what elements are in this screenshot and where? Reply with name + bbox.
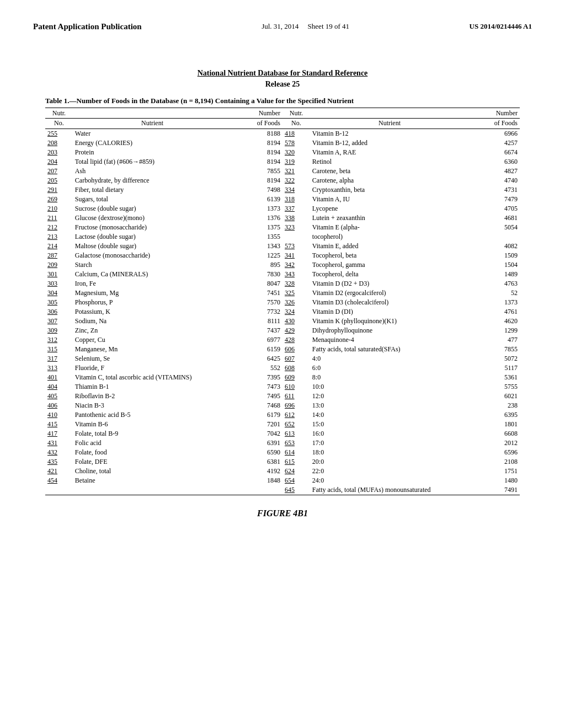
nutr-no-cell: 303 xyxy=(45,279,73,288)
nutr-no2-cell: 615 xyxy=(282,457,310,467)
nutr-no2-cell: 607 xyxy=(282,354,310,363)
nutrient-name-cell: Selenium, Se xyxy=(73,354,232,363)
num-foods-cell: 6179 xyxy=(232,410,282,420)
num-foods2-cell: 5361 xyxy=(469,373,520,382)
num-foods2-cell: 6966 xyxy=(469,129,520,139)
nutr-no-cell: 405 xyxy=(45,392,73,401)
nutr-no-cell: 209 xyxy=(45,260,73,270)
nutrient-name2-cell: Carotene, alpha xyxy=(310,176,469,185)
nutr-no-cell: 404 xyxy=(45,382,73,392)
table-row: 312 Copper, Cu 6977 428 Menaquinone-4 47… xyxy=(45,335,520,345)
table-row: 404 Thiamin B-1 7473 610 10:0 5755 xyxy=(45,382,520,392)
num-foods-cell: 6425 xyxy=(232,354,282,363)
table-row: 315 Manganese, Mn 6159 606 Fatty acids, … xyxy=(45,345,520,354)
num-foods-cell: 1225 xyxy=(232,251,282,260)
nutrient-name-cell: Phosphorus, P xyxy=(73,298,232,307)
num-foods-cell: 7473 xyxy=(232,382,282,392)
nutrient-name2-cell: 20:0 xyxy=(310,457,469,467)
nutr-no2-cell: 613 xyxy=(282,429,310,438)
num-foods-cell: 7495 xyxy=(232,392,282,401)
nutr-no-cell: 415 xyxy=(45,420,73,429)
num-foods2-cell: 1480 xyxy=(469,476,520,485)
col-numfoods-header1: Number xyxy=(232,108,282,119)
nutrient-name-cell: Sodium, Na xyxy=(73,317,232,326)
col-offoods-label1: of Foods xyxy=(232,119,282,129)
db-title-line2: Release 25 xyxy=(265,80,300,89)
table-row: 205 Carbohydrate, by difference 8194 322… xyxy=(45,176,520,185)
nutr-no-cell: 410 xyxy=(45,410,73,420)
nutrient-name2-cell: Carotene, beta xyxy=(310,167,469,176)
nutrient-name2-cell: 12:0 xyxy=(310,392,469,401)
num-foods2-cell: 4761 xyxy=(469,307,520,317)
table-row: 212 Fructose (monosaccharide) 1375 323 V… xyxy=(45,223,520,232)
nutrient-name-cell: Maltose (double sugar) xyxy=(73,242,232,251)
table-row: 214 Maltose (double sugar) 1343 573 Vita… xyxy=(45,242,520,251)
nutr-no2-cell: 337 xyxy=(282,204,310,213)
nutrient-name2-cell: Tocopherol, beta xyxy=(310,251,469,260)
nutr-no-cell: 210 xyxy=(45,204,73,213)
nutrient-name-cell: Niacin B-3 xyxy=(73,401,232,410)
nutrient-name2-cell: 18:0 xyxy=(310,448,469,457)
num-foods2-cell: 52 xyxy=(469,288,520,298)
nutr-no2-cell: 334 xyxy=(282,185,310,195)
nutrient-name2-cell: Vitamin D (DI) xyxy=(310,307,469,317)
num-foods2-cell: 477 xyxy=(469,335,520,345)
nutrient-name-cell: Manganese, Mn xyxy=(73,345,232,354)
table-row: 435 Folate, DFE 6381 615 20:0 2108 xyxy=(45,457,520,467)
nutrient-name2-cell: 8:0 xyxy=(310,373,469,382)
nutr-no-cell: 431 xyxy=(45,438,73,448)
nutr-no2-cell: 624 xyxy=(282,467,310,476)
table-row: 287 Galactose (monosaccharide) 1225 341 … xyxy=(45,251,520,260)
nutrient-name2-cell: Vitamin D3 (cholecalciferol) xyxy=(310,298,469,307)
main-content: National Nutrient Database for Standard … xyxy=(33,69,532,518)
num-foods-cell: 1355 xyxy=(232,232,282,242)
nutr-no2-cell: 429 xyxy=(282,326,310,335)
nutr-no2-cell: 319 xyxy=(282,157,310,167)
nutr-no-cell: 305 xyxy=(45,298,73,307)
table-row: 313 Fluoride, F 552 608 6:0 5117 xyxy=(45,363,520,373)
num-foods-cell: 8111 xyxy=(232,317,282,326)
num-foods2-cell: 4731 xyxy=(469,185,520,195)
nutr-no-cell: 213 xyxy=(45,232,73,242)
nutrient-name-cell: Energy (CALORIES) xyxy=(73,138,232,148)
table-row: 415 Vitamin B-6 7201 652 15:0 1801 xyxy=(45,420,520,429)
nutrient-name2-cell: 16:0 xyxy=(310,429,469,438)
nutrient-name-cell: Ash xyxy=(73,167,232,176)
nutrient-name2-cell: Vitamin K (phylloquinone)(K1) xyxy=(310,317,469,326)
nutrient-name2-cell: Vitamin D2 (ergocalciferol) xyxy=(310,288,469,298)
col-nutrient2-header xyxy=(310,108,469,119)
table-row: 303 Iron, Fe 8047 328 Vitamin D (D2 + D3… xyxy=(45,279,520,288)
nutrient-name-cell: Fructose (monosaccharide) xyxy=(73,223,232,232)
num-foods2-cell: 6608 xyxy=(469,429,520,438)
nutr-no2-cell: 342 xyxy=(282,260,310,270)
nutrient-name-cell: Potassium, K xyxy=(73,307,232,317)
num-foods-cell: 1343 xyxy=(232,242,282,251)
num-foods-cell: 6590 xyxy=(232,448,282,457)
table-row: 301 Calcium, Ca (MINERALS) 7830 343 Toco… xyxy=(45,270,520,279)
num-foods2-cell: 4740 xyxy=(469,176,520,185)
nutr-no2-cell: 652 xyxy=(282,420,310,429)
num-foods2-cell: 1373 xyxy=(469,298,520,307)
nutrient-name-cell: Pantothenic acid B-5 xyxy=(73,410,232,420)
nutr-no-cell: 291 xyxy=(45,185,73,195)
nutr-no-cell: 304 xyxy=(45,288,73,298)
nutrient-name-cell: Betaine xyxy=(73,476,232,485)
nutr-no-cell: 432 xyxy=(45,448,73,457)
num-foods2-cell: 5072 xyxy=(469,354,520,363)
nutr-no-cell: 306 xyxy=(45,307,73,317)
num-foods2-cell: 1504 xyxy=(469,260,520,270)
table-body: 255 Water 8188 418 Vitamin B-12 6966 208… xyxy=(45,129,520,495)
nutrient-name2-cell: Tocopherol, gamma xyxy=(310,260,469,270)
nutr-no-cell: 205 xyxy=(45,176,73,185)
nutrient-name-cell: Zinc, Zn xyxy=(73,326,232,335)
nutrient-name2-cell: 13:0 xyxy=(310,401,469,410)
table-row: 304 Magnesium, Mg 7451 325 Vitamin D2 (e… xyxy=(45,288,520,298)
num-foods2-cell: 4257 xyxy=(469,138,520,148)
nutrient-name2-cell: 17:0 xyxy=(310,438,469,448)
num-foods-cell: 8194 xyxy=(232,148,282,157)
nutr-no2-cell: 609 xyxy=(282,373,310,382)
nutr-no2-cell: 318 xyxy=(282,195,310,204)
nutr-no2-cell: 328 xyxy=(282,279,310,288)
nutrient-name2-cell: 6:0 xyxy=(310,363,469,373)
num-foods-cell: 895 xyxy=(232,260,282,270)
